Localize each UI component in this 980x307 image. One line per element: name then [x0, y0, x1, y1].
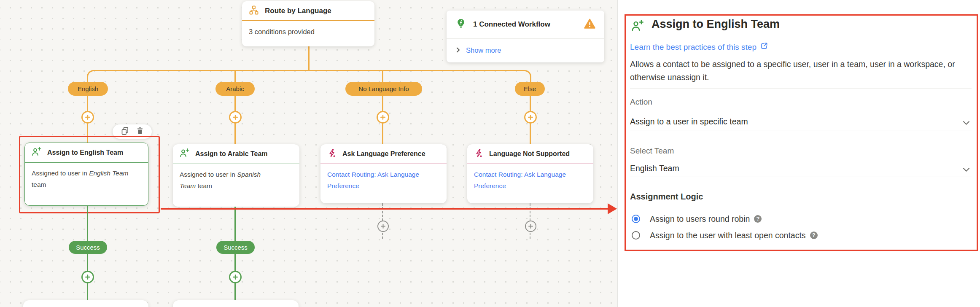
route-node-subtitle: 3 conditions provided: [242, 21, 374, 43]
node-assign-to-english-team[interactable]: Assign to English Team Assigned to user …: [24, 143, 148, 206]
lightbulb-icon: [455, 18, 466, 31]
connector-stub-nolang: [382, 71, 383, 83]
chevron-down-icon[interactable]: [963, 119, 970, 127]
add-step-button-arabic[interactable]: [229, 111, 242, 124]
add-step-button-no-language[interactable]: [377, 111, 389, 124]
node-body: Assigned to user in Spanish Team team: [180, 169, 278, 191]
team-select[interactable]: English Team: [630, 164, 679, 173]
radio-label: Assign to users round robin: [650, 214, 750, 224]
best-practices-link-label: Learn the best practices of this step: [630, 43, 757, 52]
node-assign-to-arabic-team[interactable]: Assign to Arabic Team Assigned to user i…: [173, 144, 299, 207]
radio-round-robin[interactable]: Assign to users round robin: [632, 213, 762, 225]
connector-feed: [308, 46, 310, 71]
connector-stub-arabic: [234, 71, 236, 83]
connector-dashed-nolang-2: [382, 233, 383, 239]
warning-icon: [584, 19, 595, 31]
input-underline: [630, 177, 972, 177]
assign-user-icon: [32, 147, 42, 159]
svg-text:A: A: [333, 155, 335, 158]
branch-pill-else: Else: [515, 82, 545, 96]
assign-user-icon: [631, 19, 644, 34]
node-title: Language Not Supported: [489, 150, 570, 158]
node-workflow-link[interactable]: Contact Routing: Ask Language Preference: [474, 169, 566, 191]
node-title: Assign to Arabic Team: [195, 150, 268, 158]
add-step-button-english[interactable]: [81, 111, 94, 124]
action-label: Action: [630, 97, 652, 107]
divider: [630, 88, 972, 89]
action-select[interactable]: Assign to a user in specific team: [630, 117, 748, 127]
add-step-button-else[interactable]: [524, 111, 537, 124]
add-step-button-success-arabic[interactable]: [229, 271, 242, 283]
panel-title: Assign to English Team: [652, 18, 780, 31]
radio-label: Assign to the user with least open conta…: [650, 231, 806, 240]
route-by-language-node[interactable]: Route by Language 3 conditions provided: [242, 1, 374, 46]
workflow-builder: Route by Language 3 conditions provided …: [0, 0, 980, 307]
connector-dashed-nolang: [382, 203, 383, 221]
connector-trunk: [87, 70, 531, 83]
step-description: Allows a contact to be assigned to a spe…: [630, 58, 955, 84]
help-icon[interactable]: [810, 232, 818, 239]
connector-dashed-else-2: [530, 233, 530, 239]
selection-arrow-line: [161, 208, 608, 210]
copy-icon[interactable]: [121, 127, 129, 137]
trigger-workflow-icon: A: [474, 148, 484, 160]
connected-workflow-box[interactable]: 1 Connected Workflow Show more: [447, 11, 604, 62]
node-title: Ask Language Preference: [342, 150, 425, 158]
external-link-icon: [760, 42, 768, 52]
connector-success-english-2: [87, 253, 88, 272]
connected-workflow-title: 1 Connected Workflow: [473, 20, 550, 29]
add-step-button-else-end[interactable]: [525, 221, 536, 232]
assign-user-icon: [180, 148, 190, 160]
node-ask-language-preference[interactable]: A Ask Language Preference Contact Routin…: [320, 144, 447, 203]
flow-canvas[interactable]: Route by Language 3 conditions provided …: [0, 0, 617, 307]
node-body: Assigned to user in English Team team: [32, 167, 130, 190]
chevron-right-icon: [456, 46, 460, 54]
best-practices-link[interactable]: Learn the best practices of this step: [630, 42, 768, 52]
connector-success-arabic-3: [234, 283, 236, 301]
step-config-panel: Assign to English Team Learn the best pr…: [617, 0, 980, 307]
add-step-button-nolang-end[interactable]: [377, 221, 389, 232]
node-workflow-link[interactable]: Contact Routing: Ask Language Preference: [327, 169, 419, 191]
sitemap-icon: [249, 5, 259, 17]
branch-pill-arabic: Arabic: [215, 82, 255, 96]
node-language-not-supported[interactable]: A Language Not Supported Contact Routing…: [467, 144, 593, 203]
selection-arrow-head: [608, 203, 617, 214]
connector-dashed-else: [530, 203, 530, 221]
success-pill-arabic: Success: [216, 241, 255, 254]
branch-pill-no-language-info: No Language Info: [345, 82, 422, 96]
partial-node-english-next[interactable]: [23, 300, 148, 307]
assignment-logic-label: Assignment Logic: [630, 192, 703, 202]
node-title: Assign to English Team: [47, 149, 123, 156]
success-pill-english: Success: [69, 241, 107, 254]
input-underline: [630, 130, 972, 130]
connector-success-arabic: [234, 207, 236, 241]
help-icon[interactable]: [754, 215, 762, 223]
trigger-workflow-icon: A: [327, 148, 337, 160]
branch-pill-english: English: [68, 82, 108, 96]
svg-text:A: A: [480, 155, 482, 158]
radio-selected-icon[interactable]: [632, 215, 640, 223]
chevron-down-icon[interactable]: [963, 166, 970, 174]
connector-success-english: [87, 206, 88, 241]
team-label: Select Team: [630, 146, 674, 156]
radio-least-open-contacts[interactable]: Assign to the user with least open conta…: [632, 229, 818, 241]
show-more-toggle[interactable]: Show more: [447, 39, 604, 62]
connector-success-arabic-2: [234, 253, 236, 272]
node-toolbar: [112, 124, 152, 139]
show-more-label: Show more: [466, 46, 501, 54]
route-node-title: Route by Language: [265, 7, 331, 15]
partial-node-arabic-next[interactable]: [173, 300, 299, 307]
radio-unselected-icon[interactable]: [632, 231, 640, 240]
connector-success-english-3: [87, 283, 88, 301]
trash-icon[interactable]: [136, 127, 144, 137]
add-step-button-success-english[interactable]: [81, 271, 94, 283]
